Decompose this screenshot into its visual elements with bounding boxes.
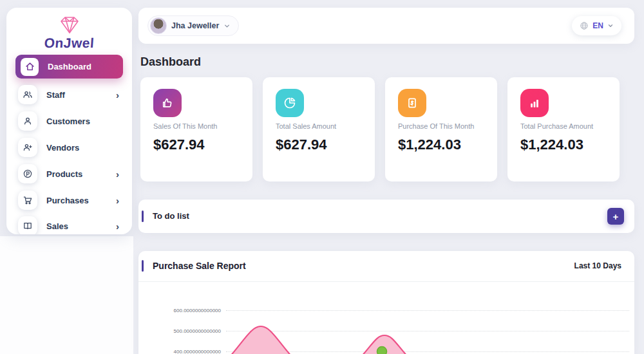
y-tick-label: 500.0000000000000 (145, 328, 221, 334)
book-icon (18, 216, 37, 234)
sale-point-marker (377, 347, 387, 354)
invoice-icon (398, 89, 426, 117)
accent-bar (142, 260, 144, 272)
sidebar-item-dashboard[interactable]: Dashboard (15, 55, 123, 79)
customer-icon (18, 111, 37, 131)
chevron-down-icon (223, 23, 231, 30)
bar-chart-icon (520, 89, 549, 117)
sidebar-item-label: Products (46, 169, 116, 179)
sidebar-item-label: Customers (46, 116, 123, 126)
stat-card-total-sales: Total Sales Amount $627.94 (263, 77, 375, 182)
stat-value: $1,224.03 (398, 136, 461, 153)
stat-label: Total Sales Amount (276, 122, 336, 130)
sidebar-item-staff[interactable]: Staff › (15, 84, 123, 106)
report-title: Purchase Sale Report (153, 261, 246, 271)
product-icon (18, 164, 37, 183)
sidebar-item-label: Sales (46, 221, 116, 231)
accent-bar (142, 210, 144, 222)
stat-card-purchase-month: Purchase Of This Month $1,224.03 (385, 77, 497, 182)
stat-value: $627.94 (153, 136, 205, 153)
todo-list-title: To do list (153, 211, 189, 221)
stat-label: Purchase Of This Month (398, 122, 474, 130)
pie-chart-icon (276, 89, 304, 117)
y-tick-label: 600.0000000000000 (145, 308, 221, 313)
brand-logo: OnJwel (6, 15, 132, 51)
chevron-down-icon (607, 23, 614, 29)
stat-value: $627.94 (276, 136, 327, 153)
purchase-area-peak-1 (230, 326, 292, 354)
language-selector[interactable]: EN (572, 16, 621, 35)
cart-icon (18, 191, 37, 210)
user-name: Jha Jeweller (171, 21, 219, 30)
todo-list-card: To do list + (138, 200, 634, 233)
globe-icon (580, 21, 589, 30)
chevron-right-icon: › (116, 221, 119, 232)
brand-name: OnJwel (6, 35, 132, 51)
chevron-right-icon: › (116, 89, 119, 100)
chevron-right-icon: › (116, 195, 119, 206)
add-todo-button[interactable]: + (607, 208, 624, 225)
staff-icon (18, 85, 37, 104)
sidebar-item-products[interactable]: Products › (15, 163, 123, 185)
chevron-right-icon: › (116, 169, 119, 180)
home-icon (21, 58, 39, 76)
sidebar-item-label: Vendors (46, 143, 123, 153)
topbar: Jha Jeweller EN (138, 8, 634, 44)
stat-value: $1,224.03 (520, 136, 583, 153)
purchase-sale-report-card: Purchase Sale Report Last 10 Days 600.00… (138, 251, 634, 354)
purchase-sale-chart[interactable] (226, 282, 629, 354)
sidebar-item-vendors[interactable]: Vendors (15, 136, 123, 158)
y-tick-label: 400.0000000000000 (145, 349, 221, 354)
avatar (150, 17, 167, 34)
report-range-label: Last 10 Days (574, 261, 621, 270)
left-panel-background (0, 236, 133, 354)
thumbs-up-icon (153, 89, 182, 117)
sidebar-item-label: Dashboard (48, 62, 123, 71)
stat-card-total-purchase: Total Purchase Amount $1,224.03 (507, 77, 620, 182)
sidebar-item-purchases[interactable]: Purchases › (15, 189, 123, 211)
sidebar-item-label: Purchases (46, 196, 116, 205)
stat-label: Sales Of This Month (153, 122, 217, 130)
stat-card-sales-month: Sales Of This Month $627.94 (140, 77, 252, 182)
vendor-icon (18, 138, 37, 157)
user-menu[interactable]: Jha Jeweller (147, 15, 239, 36)
stat-label: Total Purchase Amount (520, 122, 593, 130)
diamond-icon (55, 15, 84, 35)
sidebar-item-sales[interactable]: Sales › (15, 215, 123, 234)
sidebar: OnJwel Dashboard Staff › Customers (6, 8, 132, 234)
language-code: EN (592, 21, 603, 30)
sidebar-item-label: Staff (46, 90, 116, 100)
sidebar-item-customers[interactable]: Customers (15, 110, 123, 132)
page-title: Dashboard (140, 55, 201, 69)
